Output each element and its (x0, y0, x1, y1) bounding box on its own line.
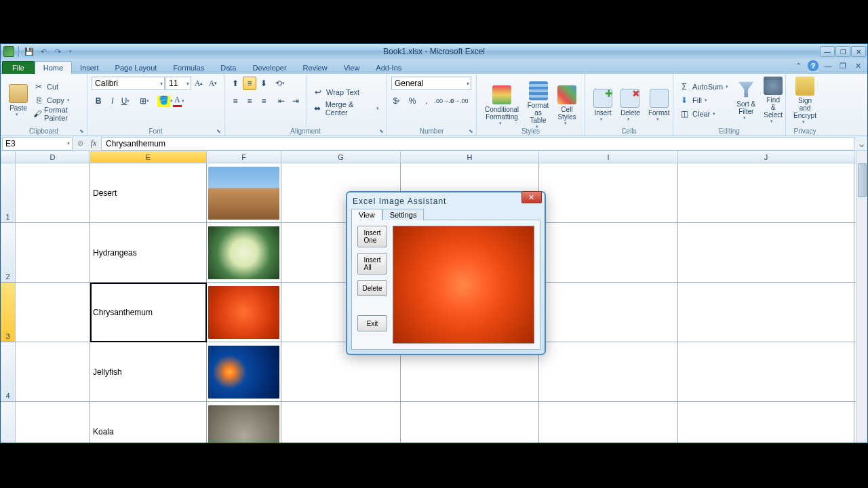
decrease-indent-icon[interactable]: ⇤ (275, 94, 288, 108)
fill-color-button[interactable]: 🪣▾ (158, 94, 172, 108)
cell[interactable] (16, 283, 90, 342)
fx-icon[interactable]: fx (86, 138, 101, 148)
row-header[interactable]: 3 (1, 283, 16, 342)
inserted-image[interactable] (208, 405, 279, 443)
cell[interactable]: Desert (90, 163, 207, 223)
copy-button[interactable]: ⎘Copy▾ (32, 94, 83, 107)
row-header[interactable]: 2 (1, 223, 16, 283)
tab-home[interactable]: Home (35, 61, 72, 74)
cell[interactable] (678, 163, 854, 223)
cell-styles-button[interactable]: Cell Styles▾ (553, 75, 580, 136)
font-size-combo[interactable]: 11 (165, 77, 191, 90)
window-min-icon[interactable]: — (823, 60, 833, 71)
tab-data[interactable]: Data (212, 62, 244, 74)
row-header[interactable]: 1 (1, 163, 16, 223)
tab-insert[interactable]: Insert (72, 62, 107, 74)
close-button[interactable]: ✕ (851, 46, 866, 57)
dialog-exit-button[interactable]: Exit (357, 315, 387, 331)
minimize-button[interactable]: — (820, 46, 835, 57)
insert-all-button[interactable]: Insert All (357, 253, 387, 274)
qat-customize-icon[interactable]: ▾ (66, 45, 78, 58)
cell[interactable] (16, 402, 90, 443)
cell[interactable] (16, 163, 90, 223)
format-as-table-button[interactable]: Format as Table▾ (523, 75, 553, 136)
comma-icon[interactable]: , (420, 94, 433, 108)
qat-undo-icon[interactable]: ↶ (37, 45, 50, 58)
column-header[interactable]: I (539, 151, 678, 163)
column-header[interactable]: J (678, 151, 854, 163)
fill-button[interactable]: ⬇Fill▾ (677, 94, 732, 107)
inserted-image[interactable] (208, 286, 279, 339)
percent-icon[interactable]: % (406, 94, 419, 108)
font-launcher-icon[interactable]: ⬊ (214, 127, 222, 135)
cell[interactable]: Koala (90, 402, 207, 443)
insert-one-button[interactable]: Insert One (357, 226, 387, 247)
tab-developer[interactable]: Developer (244, 62, 294, 74)
column-header[interactable]: E (90, 151, 207, 163)
restore-button[interactable]: ❐ (835, 46, 850, 57)
cell[interactable] (207, 342, 281, 402)
cell[interactable] (539, 342, 678, 402)
cell[interactable]: Chrysanthemum (90, 283, 207, 342)
cell[interactable]: Hydrangeas (90, 223, 207, 283)
cell[interactable] (539, 283, 678, 342)
cell[interactable] (207, 223, 281, 283)
scrollbar-thumb[interactable] (858, 163, 867, 197)
tab-review[interactable]: Review (295, 62, 336, 74)
tab-formulas[interactable]: Formulas (165, 62, 212, 74)
tab-page-layout[interactable]: Page Layout (107, 62, 165, 74)
font-name-combo[interactable]: Calibri (92, 77, 165, 90)
select-all-corner[interactable] (1, 151, 16, 163)
paste-button[interactable]: Paste▾ (5, 75, 32, 125)
window-close-icon[interactable]: ✕ (852, 60, 863, 71)
help-icon[interactable]: ? (808, 60, 818, 71)
increase-indent-icon[interactable]: ⇥ (289, 94, 302, 108)
cell[interactable] (539, 163, 678, 223)
autosum-button[interactable]: ΣAutoSum▾ (677, 80, 732, 94)
dialog-tab-view[interactable]: View (351, 209, 382, 220)
cell[interactable] (16, 223, 90, 283)
cell[interactable] (678, 223, 854, 283)
align-middle-icon[interactable]: ≡ (243, 77, 256, 90)
alignment-launcher-icon[interactable]: ⬊ (377, 127, 385, 135)
wrap-text-button[interactable]: ↩Wrap Text (311, 85, 382, 99)
decrease-decimal-icon[interactable]: .0→.00 (452, 94, 465, 108)
bold-button[interactable]: B (92, 94, 105, 108)
font-color-button[interactable]: A▾ (172, 94, 186, 108)
column-header[interactable]: G (281, 151, 401, 163)
cell[interactable] (678, 342, 854, 402)
minimize-ribbon-icon[interactable]: ⌃ (793, 60, 804, 71)
format-cells-button[interactable]: Format▾ (644, 75, 674, 136)
cut-button[interactable]: ✂Cut (32, 80, 83, 94)
qat-save-icon[interactable]: 💾 (23, 45, 35, 58)
align-right-icon[interactable]: ≡ (257, 94, 271, 108)
dialog-delete-button[interactable]: Delete (357, 280, 387, 296)
grow-font-icon[interactable]: A▴ (192, 77, 205, 90)
cancel-icon[interactable]: ⊘ (74, 139, 86, 148)
insert-cells-button[interactable]: ✚Insert▾ (589, 75, 616, 136)
cell[interactable] (207, 402, 281, 443)
row-header[interactable]: 4 (1, 342, 16, 402)
format-painter-button[interactable]: 🖌Format Painter (32, 107, 83, 121)
align-center-icon[interactable]: ≡ (243, 94, 256, 108)
conditional-formatting-button[interactable]: Conditional Formatting▾ (481, 75, 523, 136)
column-header[interactable]: D (16, 151, 90, 163)
cell[interactable] (16, 342, 90, 402)
sign-encrypt-button[interactable]: Sign and Encrypt▾ (790, 75, 820, 126)
tab-add-ins[interactable]: Add-Ins (368, 62, 410, 74)
window-restore-icon[interactable]: ❐ (837, 60, 848, 71)
vertical-scrollbar[interactable] (856, 151, 867, 443)
formula-input[interactable]: Chrysanthemum (101, 137, 854, 150)
border-button[interactable]: ⊞▾ (139, 94, 153, 108)
cell[interactable]: Jellyfish (90, 342, 207, 402)
align-left-icon[interactable]: ≡ (229, 94, 242, 108)
align-bottom-icon[interactable]: ⬇ (257, 77, 271, 90)
clear-button[interactable]: ◫Clear▾ (677, 107, 732, 121)
dialog-tab-settings[interactable]: Settings (382, 209, 425, 220)
clipboard-launcher-icon[interactable]: ⬊ (77, 127, 85, 135)
cell[interactable] (539, 402, 678, 443)
accounting-icon[interactable]: $▾ (391, 94, 405, 108)
number-format-combo[interactable]: General (391, 77, 471, 90)
dialog-title-bar[interactable]: Excel Image Assistant ✕ (347, 192, 545, 210)
inserted-image[interactable] (208, 346, 279, 399)
